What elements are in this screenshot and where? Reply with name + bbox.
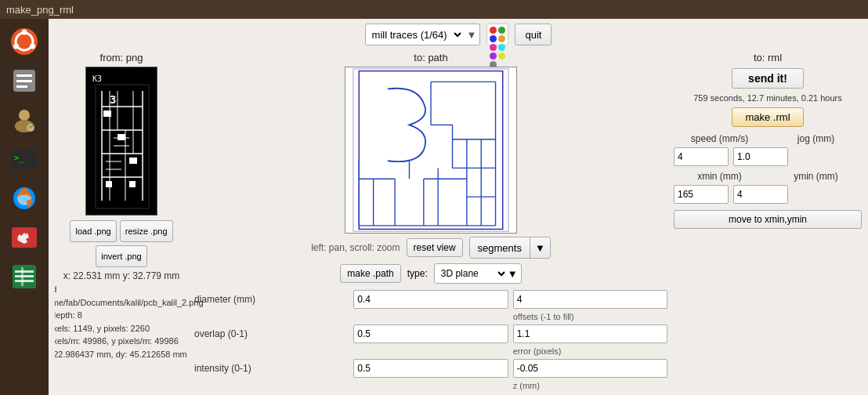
speed-label: speed (mm/s) (674, 133, 765, 144)
type-select[interactable]: 3D plane Roland MDX (438, 267, 508, 280)
svg-rect-20 (15, 280, 34, 282)
xmin-ymin-row: xmin (mm) ymin (mm) (674, 171, 862, 182)
sidebar: >_ (0, 19, 49, 395)
jog-input[interactable] (733, 147, 788, 166)
mode-select[interactable]: mill traces (1/64) mill traces (1/32) cu… (366, 24, 464, 45)
segments-arrow[interactable]: ▼ (530, 237, 550, 258)
coord-text: x: 22.531 mm y: 32.779 mm (63, 270, 180, 281)
toolbar-row: mill traces (1/64) mill traces (1/32) cu… (55, 24, 862, 45)
time-text: 759 seconds, 12.7 minutes, 0.21 hours (693, 93, 842, 103)
mode-select-arrow: ▼ (464, 29, 480, 41)
svg-rect-19 (15, 275, 34, 277)
svg-rect-36 (118, 134, 125, 140)
sidebar-icon-settings[interactable] (6, 219, 42, 255)
file-info-line5: dx: 22.986437 mm, dy: 45.212658 mm (55, 348, 204, 361)
svg-point-9 (19, 110, 30, 121)
svg-point-4 (30, 44, 35, 49)
svg-rect-6 (16, 74, 32, 77)
sidebar-icon-spreadsheet[interactable] (6, 259, 42, 295)
reset-view-button[interactable]: reset view (407, 238, 463, 257)
mode-select-wrapper[interactable]: mill traces (1/64) mill traces (1/32) cu… (365, 24, 481, 45)
col-right: to: rml send it! 759 seconds, 12.7 minut… (674, 52, 862, 390)
type-select-arrow: ▼ (508, 268, 518, 280)
sidebar-icon-files[interactable] (6, 63, 42, 99)
xmin-label: xmin (mm) (674, 171, 765, 182)
xmin-input[interactable] (674, 185, 729, 204)
svg-point-3 (13, 44, 19, 49)
intensity-input1[interactable] (353, 359, 508, 378)
overlap-label: overlap (0-1) (194, 328, 349, 339)
resize-png-button[interactable]: resize .png (120, 220, 173, 242)
overlap-input2[interactable] (513, 324, 667, 343)
svg-rect-8 (16, 85, 27, 88)
speed-jog-row: speed (mm/s) jog (mm) (674, 133, 862, 144)
svg-rect-37 (129, 158, 137, 164)
speed-input[interactable] (674, 147, 729, 166)
svg-rect-38 (106, 181, 112, 187)
path-canvas[interactable] (345, 67, 517, 234)
param-grid: diameter (mm) offsets (-1 to fill) overl… (194, 290, 667, 390)
pan-info: left: pan, scroll: zoom (311, 242, 400, 253)
load-png-button[interactable]: load .png (70, 220, 116, 242)
titlebar: make_png_rml (0, 0, 868, 19)
sidebar-icon-firefox[interactable] (6, 180, 42, 216)
move-to-xmin-ymin-button[interactable]: move to xmin,ymin (674, 210, 862, 229)
xmin-ymin-inputs (674, 185, 862, 204)
svg-rect-18 (15, 270, 34, 273)
diameter-label: diameter (mm) (194, 294, 349, 305)
svg-rect-21 (21, 267, 24, 286)
center-controls-row2: make .path type: 3D plane Roland MDX ▼ (340, 263, 521, 284)
right-form: speed (mm/s) jog (mm) xmin (mm) ymin (mm… (674, 133, 862, 229)
diameter-input2[interactable] (513, 290, 667, 309)
make-path-button[interactable]: make .path (340, 264, 400, 283)
file-info-line3: x pixels: 1149, y pixels: 2260 (55, 322, 204, 335)
overlap-input1[interactable] (353, 324, 508, 343)
three-columns: from: png K3 (55, 52, 862, 390)
speed-jog-inputs (674, 147, 862, 166)
intensity-input2[interactable] (513, 359, 667, 378)
type-select-wrapper[interactable]: 3D plane Roland MDX ▼ (434, 263, 522, 284)
sidebar-icon-ubuntu[interactable] (6, 24, 42, 60)
col-center: to: path (194, 52, 667, 390)
svg-rect-22 (86, 67, 157, 216)
segments-main[interactable]: segments (470, 237, 530, 258)
send-it-button[interactable]: send it! (732, 68, 804, 89)
grid-icon[interactable] (486, 24, 508, 45)
svg-rect-35 (103, 111, 111, 117)
svg-rect-7 (16, 80, 32, 82)
intensity-label: intensity (0-1) (194, 363, 349, 374)
z-label: z (mm) (513, 381, 667, 390)
center-controls-row1: left: pan, scroll: zoom reset view segme… (311, 237, 551, 259)
file-info-line2: bit depth: 8 (55, 309, 204, 322)
segments-btn-wrap[interactable]: segments ▼ (469, 237, 551, 259)
svg-rect-39 (129, 181, 136, 187)
to-rml-label: to: rml (754, 52, 782, 63)
sidebar-icon-terminal[interactable]: >_ (6, 141, 42, 177)
quit-button[interactable]: quit (515, 24, 552, 45)
ymin-input[interactable] (733, 185, 788, 204)
jog-label: jog (mm) (770, 133, 862, 144)
ymin-label: ymin (mm) (770, 171, 862, 182)
title-text: make_png_rml (6, 4, 74, 16)
offsets-label: offsets (-1 to fill) (513, 312, 667, 321)
svg-text:3: 3 (110, 93, 116, 106)
svg-point-2 (22, 30, 27, 35)
load-btn-row: load .png resize .png invert .png (55, 220, 188, 267)
from-png-label: from: png (100, 52, 143, 63)
svg-text:>_: >_ (14, 154, 24, 163)
sidebar-icon-person[interactable] (6, 102, 42, 138)
invert-png-button[interactable]: invert .png (96, 245, 146, 267)
to-path-label: to: path (414, 52, 447, 63)
type-label: type: (407, 268, 428, 279)
col-left: from: png K3 (55, 52, 188, 390)
content-area: mill traces (1/64) mill traces (1/32) cu… (49, 19, 868, 395)
png-canvas: K3 (85, 67, 157, 216)
file-info-line4: x pixels/m: 49986, y pixels/m: 49986 (55, 335, 204, 348)
diameter-input1[interactable] (353, 290, 508, 309)
make-rml-button[interactable]: make .rml (732, 107, 803, 127)
svg-text:K3: K3 (92, 74, 102, 83)
file-info-line1: read /home/fab/Documents/kalil/pcb_kalil… (55, 283, 204, 309)
error-label: error (pixels) (513, 346, 667, 356)
file-info: read /home/fab/Documents/kalil/pcb_kalil… (55, 283, 204, 361)
